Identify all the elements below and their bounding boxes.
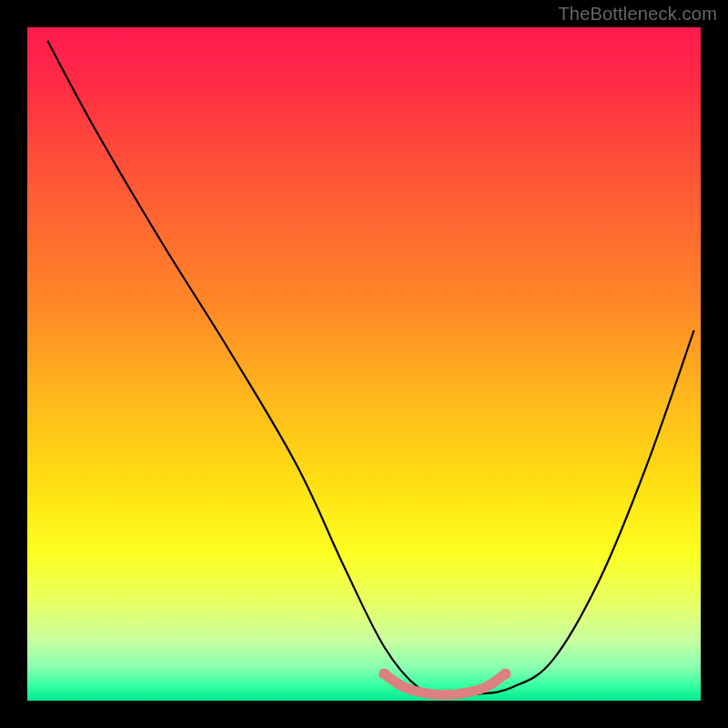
bottleneck-curve-path (47, 41, 693, 695)
watermark-text: TheBottleneck.com (558, 4, 717, 25)
highlight-dot-right (500, 668, 511, 679)
plot-area (27, 27, 701, 701)
chart-frame: TheBottleneck.com (0, 0, 728, 728)
highlight-dot-left (379, 668, 389, 679)
highlight-band-path (384, 673, 505, 694)
curve-svg (27, 27, 701, 701)
